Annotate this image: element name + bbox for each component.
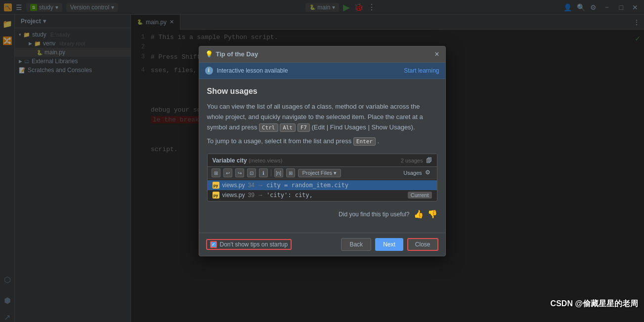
result-arrow-1: → — [258, 182, 263, 189]
next-button[interactable]: Next — [375, 238, 403, 251]
toolbar-btn-5[interactable]: ℹ — [259, 168, 268, 177]
tip-title: Show usages — [207, 87, 437, 96]
result-current-badge: Current — [408, 192, 432, 199]
start-learning-link[interactable]: Start learning — [404, 67, 439, 74]
info-banner: i Interactive lesson available Start lea… — [199, 63, 445, 79]
toolbar-btn-2[interactable]: ↩ — [223, 168, 232, 177]
project-files-dropdown[interactable]: Project Files ▾ — [298, 169, 342, 177]
find-panel-gear-icon[interactable]: ⚙ — [425, 169, 433, 177]
kbd-ctrl: Ctrl — [259, 123, 278, 132]
tip-paragraph1: You can view the list of all usages of a… — [207, 102, 437, 132]
dialog-close-icon[interactable]: × — [434, 50, 439, 58]
edit-menu-text: (Edit | Find Usages | Show Usages). — [312, 123, 415, 131]
feedback-row: Did you find this tip useful? 👍 👎 — [207, 209, 437, 219]
result-code-1: city = random_item.city — [266, 182, 348, 189]
tip-paragraph2: To jump to a usage, select it from the l… — [207, 136, 437, 147]
thumbs-up-icon[interactable]: 👍 — [414, 209, 424, 219]
result-code-2: 'city': city, — [266, 192, 313, 199]
toolbar-separator-1 — [271, 169, 271, 176]
find-usages-panel: Variable city (meteo.views) 2 usages 🗐 ⊞… — [207, 154, 437, 201]
project-files-label: Project Files — [302, 170, 333, 176]
kbd-enter: Enter — [353, 137, 376, 146]
dont-show-text: Don't show tips on startup — [220, 241, 288, 248]
py-icon-2: py — [213, 192, 219, 199]
py-icon-1: py — [213, 182, 219, 189]
copy-icon[interactable]: 🗐 — [426, 157, 432, 164]
info-banner-text: Interactive lesson available — [217, 67, 288, 74]
result-lineno-2: 39 — [248, 192, 255, 199]
find-panel-toolbar: ⊞ ↩ ↪ ⊡ ℹ [n] ⊞ Project Files ▾ Usages ⚙ — [208, 167, 437, 179]
dialog-title-icon: 💡 — [205, 50, 213, 58]
find-panel-header: Variable city (meteo.views) 2 usages 🗐 — [208, 154, 437, 167]
toolbar-btn-1[interactable]: ⊞ — [212, 168, 220, 177]
variable-module: (meteo.views) — [249, 158, 282, 163]
kbd-alt: Alt — [280, 123, 296, 132]
toolbar-btn-4[interactable]: ⊡ — [247, 168, 256, 177]
dialog-title-left: 💡 Tip of the Day — [205, 50, 258, 58]
find-panel-results: py views.py 34 → city = random_item.city… — [208, 179, 437, 201]
usages-count: 2 usages — [401, 158, 423, 163]
watermark: CSDN @偷藏星星的老周 — [551, 299, 638, 309]
info-icon: i — [205, 67, 213, 75]
dont-show-checkbox-container: Don't show tips on startup — [206, 239, 292, 250]
toolbar-btn-3[interactable]: ↪ — [235, 168, 244, 177]
tip-text2-period: . — [378, 137, 380, 145]
info-banner-left: i Interactive lesson available — [205, 67, 288, 75]
find-panel-header-right: 2 usages 🗐 — [401, 157, 432, 164]
dialog-overlay: 💡 Tip of the Day × i Interactive lesson … — [0, 0, 644, 322]
dont-show-label[interactable]: Don't show tips on startup — [210, 241, 288, 248]
dont-show-checkbox[interactable] — [210, 241, 217, 248]
tip-text2-before-enter: To jump to a usage, select it from the l… — [207, 137, 353, 145]
variable-name: Variable city — [213, 157, 247, 164]
project-files-arrow: ▾ — [334, 170, 337, 176]
toolbar-btn-6[interactable]: [n] — [274, 168, 283, 177]
dialog-title-bar: 💡 Tip of the Day × — [199, 46, 445, 63]
back-button[interactable]: Back — [341, 238, 371, 251]
result-arrow-2: → — [258, 192, 263, 199]
footer-buttons: Back Next Close — [341, 238, 438, 251]
result-lineno-1: 34 — [248, 182, 255, 189]
find-panel-title-area: Variable city (meteo.views) — [213, 157, 283, 164]
dialog-body: Show usages You can view the list of all… — [199, 79, 445, 233]
close-dialog-button[interactable]: Close — [407, 238, 438, 251]
usages-toolbar-label: Usages — [403, 170, 422, 176]
toolbar-btn-7[interactable]: ⊞ — [286, 168, 295, 177]
tip-of-day-dialog: 💡 Tip of the Day × i Interactive lesson … — [199, 46, 446, 256]
find-result-row-2[interactable]: py views.py 39 → 'city': city, Current — [208, 190, 437, 200]
dialog-footer: Don't show tips on startup Back Next Clo… — [199, 233, 445, 256]
kbd-f7: F7 — [298, 123, 310, 132]
result-filename-2: views.py — [222, 192, 245, 199]
thumbs-down-icon[interactable]: 👎 — [428, 209, 437, 219]
feedback-question: Did you find this tip useful? — [339, 211, 409, 218]
find-panel-title: Variable city (meteo.views) — [213, 157, 283, 164]
find-result-row-1[interactable]: py views.py 34 → city = random_item.city — [208, 180, 437, 190]
dialog-title-text: Tip of the Day — [216, 50, 258, 58]
result-filename-1: views.py — [222, 182, 245, 189]
